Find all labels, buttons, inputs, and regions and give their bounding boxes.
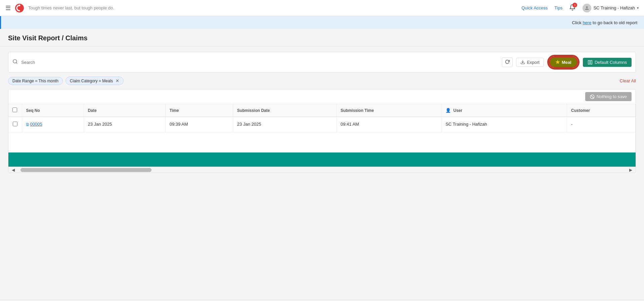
scroll-left-arrow[interactable]: ◀ <box>12 168 15 172</box>
nothing-to-save-button: Nothing to save <box>585 92 632 101</box>
main-content: Export ★ Meal Default Columns Date Range… <box>0 46 644 300</box>
col-checkbox <box>8 104 22 117</box>
row-submission-date: 23 Jan 2025 <box>233 117 336 132</box>
claim-category-chip-label: Claim Category = Meals <box>70 79 113 83</box>
svg-line-8 <box>591 95 594 98</box>
claim-category-filter-chip: Claim Category = Meals ✕ <box>66 77 124 85</box>
star-icon: ★ <box>555 59 560 65</box>
empty-row <box>8 132 636 153</box>
export-button[interactable]: Export <box>516 58 544 67</box>
col-customer[interactable]: Customer <box>567 104 636 117</box>
notifications-bell[interactable]: 1 <box>569 4 576 12</box>
meal-button[interactable]: ★ Meal <box>549 56 578 68</box>
top-navigation: ☰ Tough times never last, but tough peop… <box>0 0 644 16</box>
banner-link[interactable]: here <box>583 20 591 25</box>
user-avatar <box>583 4 591 12</box>
col-submission-time[interactable]: Submission Time <box>336 104 441 117</box>
scroll-thumb[interactable] <box>20 168 152 172</box>
export-label: Export <box>527 60 540 65</box>
tagline: Tough times never last, but tough people… <box>28 5 114 10</box>
teal-bottom-bar <box>8 153 636 167</box>
refresh-button[interactable] <box>502 57 513 67</box>
row-date: 23 Jan 2025 <box>84 117 165 132</box>
default-columns-label: Default Columns <box>595 60 627 65</box>
svg-rect-5 <box>588 60 590 64</box>
table-row: ⧉ 00005 23 Jan 2025 09:39 AM 23 Jan 2025… <box>8 117 636 132</box>
seq-no-link[interactable]: ⧉ 00005 <box>26 122 80 127</box>
default-columns-button[interactable]: Default Columns <box>583 58 632 67</box>
table-header-row: Seq No Date Time Submission Date Submiss <box>8 104 636 117</box>
data-table: Seq No Date Time Submission Date Submiss <box>8 104 636 153</box>
clear-all-button[interactable]: Clear All <box>620 78 636 83</box>
nothing-to-save-label: Nothing to save <box>597 94 627 99</box>
row-customer: - <box>567 117 636 132</box>
scroll-right-arrow[interactable]: ▶ <box>629 168 632 172</box>
panel-topbar: Nothing to save <box>8 89 636 104</box>
col-user[interactable]: 👤 User <box>441 104 567 117</box>
filter-bar: Date Range = This month Claim Category =… <box>8 77 636 85</box>
row-checkbox-cell <box>8 117 22 132</box>
bottom-bar: ↻ Records: 1 - 1 of 1 « ‹ 1 › » <box>0 300 644 301</box>
quick-access-link[interactable]: Quick Access <box>521 5 548 10</box>
ext-link-icon: ⧉ <box>26 122 29 126</box>
col-date[interactable]: Date <box>84 104 165 117</box>
claim-category-remove-icon[interactable]: ✕ <box>116 78 119 83</box>
logo-icon <box>15 3 24 13</box>
date-range-chip-label: Date Range = This month <box>12 79 58 83</box>
blue-banner: Click here to go back to old report <box>0 16 644 29</box>
notification-badge: 1 <box>572 3 577 7</box>
row-time: 09:39 AM <box>165 117 233 132</box>
data-panel: Nothing to save Seq No Date <box>8 89 636 173</box>
user-name: SC Training - Hafizah <box>593 5 635 10</box>
row-user: SC Training - Hafizah <box>441 117 567 132</box>
row-checkbox[interactable] <box>13 122 17 126</box>
search-input[interactable] <box>21 60 499 65</box>
row-seq-no: ⧉ 00005 <box>22 117 84 132</box>
page-header: Site Visit Report / Claims <box>0 29 644 46</box>
search-toolbar: Export ★ Meal Default Columns <box>8 52 636 73</box>
table-container: Seq No Date Time Submission Date Submiss <box>8 104 636 153</box>
svg-line-3 <box>16 62 17 63</box>
user-dropdown-arrow: ▾ <box>637 6 639 10</box>
hamburger-menu-icon[interactable]: ☰ <box>5 4 11 12</box>
svg-rect-6 <box>591 60 592 64</box>
tips-link[interactable]: Tips <box>554 5 562 10</box>
horizontal-scrollbar[interactable]: ◀ ▶ <box>8 167 636 173</box>
row-submission-time: 09:41 AM <box>336 117 441 132</box>
col-time[interactable]: Time <box>165 104 233 117</box>
user-col-icon: 👤 <box>445 108 451 113</box>
page-title: Site Visit Report / Claims <box>8 34 636 42</box>
col-seq-no[interactable]: Seq No <box>22 104 84 117</box>
user-profile-menu[interactable]: SC Training - Hafizah ▾ <box>583 4 639 12</box>
banner-text: Click here to go back to old report <box>572 20 637 25</box>
svg-point-1 <box>19 4 20 6</box>
search-icon <box>12 59 18 66</box>
select-all-checkbox[interactable] <box>12 108 17 112</box>
date-range-filter-chip: Date Range = This month <box>8 77 63 85</box>
meal-button-wrapper: ★ Meal <box>547 55 579 70</box>
meal-label: Meal <box>562 60 571 65</box>
col-submission-date[interactable]: Submission Date <box>233 104 336 117</box>
